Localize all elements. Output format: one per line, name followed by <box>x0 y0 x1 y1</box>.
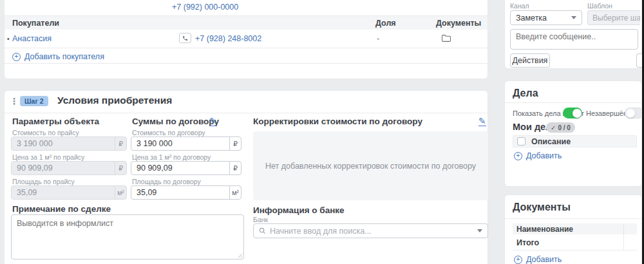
divider <box>505 102 641 103</box>
add-document-label: Добавить <box>526 255 562 264</box>
select-all-checkbox[interactable] <box>517 137 526 146</box>
currency-unit: ₽ <box>115 137 126 150</box>
buyers-col-share: Доля <box>375 19 396 28</box>
check-icon: ✓ <box>551 124 556 131</box>
show-colleagues-toggle[interactable] <box>563 108 582 118</box>
currency-unit: ₽ <box>115 162 126 174</box>
contract-area-field[interactable]: м² <box>131 185 242 200</box>
area-unit: м² <box>115 186 126 199</box>
field-label: Стоимость по прайсу <box>12 129 79 137</box>
bank-search-placeholder: Начните ввод для поиска... <box>270 227 473 236</box>
price-list-area-input <box>12 186 115 199</box>
note-title: Примечание по сделке <box>12 204 111 214</box>
step-title: Условия приобретения <box>57 95 172 106</box>
tasks-card: Дела Показать дела коллег Незавершённые … <box>504 80 642 187</box>
documents-total-label: Итого <box>516 238 539 247</box>
buyers-card: ИНН 0000000000 +7 (992) 000-0000 Покупат… <box>4 0 488 79</box>
channel-value: Заметка <box>516 14 547 23</box>
edit-sums-icon[interactable]: ✎ <box>209 117 217 126</box>
message-textarea[interactable] <box>510 29 638 50</box>
price-list-cost-input <box>12 137 115 150</box>
buyers-col-documents: Документы <box>436 19 481 28</box>
bank-title: Информация о банке <box>253 205 345 215</box>
adjustments-title: Корректировки стоимости по договору <box>253 117 422 126</box>
chevron-down-icon <box>571 16 576 19</box>
tasks-col-description: Описание <box>531 137 571 146</box>
plus-circle-icon: + <box>514 152 522 160</box>
area-unit: м² <box>229 186 241 199</box>
resize-handle-icon[interactable] <box>238 253 243 258</box>
unfinished-toggle[interactable] <box>625 108 644 118</box>
bank-search-select[interactable]: Начните ввод для поиска... <box>253 223 488 238</box>
search-icon <box>259 227 266 234</box>
column-divider <box>623 223 624 234</box>
contact-phone-link[interactable]: +7 (992) 000-0000 <box>172 3 238 12</box>
crm-deal-screen: ИНН 0000000000 +7 (992) 000-0000 Покупат… <box>0 0 644 264</box>
column-divider <box>623 234 624 250</box>
divider <box>505 218 641 219</box>
add-document-button[interactable]: + Добавить <box>514 255 562 264</box>
field-label: Цена за 1 м² по договору <box>132 153 211 161</box>
price-list-cost-field: ₽ <box>11 137 127 151</box>
contract-sums-title: Суммы по договору <box>132 117 219 126</box>
documents-card: Документы Наименование Итого + Добавить <box>504 194 642 264</box>
contract-area-input[interactable] <box>131 186 229 199</box>
field-label: Стоимость по договору <box>132 129 205 137</box>
buyer-name-link[interactable]: Анастасия <box>12 34 52 43</box>
table-row: • Анастасия +7 (928) 248-8002 - <box>5 30 488 48</box>
contract-cost-field[interactable]: ₽ <box>131 137 242 151</box>
template-select[interactable]: Выберите шаблон <box>587 10 640 25</box>
adjustments-empty-text: Нет добавленных корректировок стоимости … <box>265 160 476 172</box>
channel-select[interactable]: Заметка <box>510 10 582 25</box>
buyer-share-value: - <box>377 34 379 43</box>
documents-table-header: Наименование <box>513 223 637 234</box>
buyers-table-header: Покупатели Доля Документы <box>5 16 488 30</box>
divider <box>5 48 488 48</box>
tasks-counter: 0 / 0 <box>558 124 570 131</box>
object-params-title: Параметры объекта <box>12 117 99 126</box>
tasks-table-header: Описание <box>513 135 637 147</box>
tasks-counter-badge: ✓ 0 / 0 <box>546 122 575 133</box>
chevron-down-icon <box>477 229 482 232</box>
add-buyer-label: Добавить покупателя <box>24 52 104 61</box>
plus-circle-icon: + <box>514 256 522 264</box>
divider <box>5 113 488 113</box>
tasks-title: Дела <box>513 88 538 99</box>
table-row: Итого <box>513 234 637 250</box>
channel-label: Канал <box>510 2 529 10</box>
add-buyer-button[interactable]: + Добавить покупателя <box>12 52 104 61</box>
phone-icon[interactable] <box>179 33 191 43</box>
contract-sqm-field[interactable]: ₽ <box>131 161 242 175</box>
field-label: Площадь по прайсу <box>12 178 75 185</box>
step-badge: Шаг 2 <box>20 96 48 106</box>
contract-cost-input[interactable] <box>131 137 229 150</box>
contract-sqm-input[interactable] <box>131 162 229 174</box>
currency-unit: ₽ <box>229 162 241 174</box>
template-label: Шаблон <box>587 2 612 10</box>
row-bullet: • <box>7 35 10 42</box>
add-task-button[interactable]: + Добавить <box>514 151 562 160</box>
price-list-sqm-input <box>12 162 115 174</box>
currency-unit: ₽ <box>229 137 241 150</box>
composer-card: Канал Заметка Шаблон Выберите шаблон Дей… <box>504 0 642 69</box>
documents-col-name: Наименование <box>516 225 573 234</box>
drag-handle-icon[interactable]: ⋮ <box>10 96 19 106</box>
adjustments-empty-panel: Нет добавленных корректировок стоимости … <box>253 131 488 200</box>
template-placeholder: Выберите шаблон <box>592 14 640 23</box>
price-list-sqm-field: ₽ <box>11 161 127 175</box>
documents-title: Документы <box>513 202 571 213</box>
edit-adjustments-icon[interactable]: ✎ <box>478 117 486 126</box>
buyers-col-name: Покупатели <box>12 19 59 28</box>
divider <box>5 63 488 64</box>
price-list-area-field: м² <box>11 185 127 200</box>
bank-label: Банк <box>253 216 268 223</box>
field-label: Цена за 1 м² по прайсу <box>12 153 84 161</box>
field-label: Площадь по договору <box>132 178 201 185</box>
folder-icon[interactable] <box>441 33 451 45</box>
deal-note-textarea[interactable] <box>11 214 244 259</box>
buyer-phone-link[interactable]: +7 (928) 248-8002 <box>195 34 261 43</box>
add-task-label: Добавить <box>526 151 562 160</box>
actions-button[interactable]: Действия <box>510 53 550 68</box>
step2-card: ⋮ Шаг 2 Условия приобретения Параметры о… <box>4 90 488 264</box>
plus-circle-icon: + <box>12 53 21 61</box>
